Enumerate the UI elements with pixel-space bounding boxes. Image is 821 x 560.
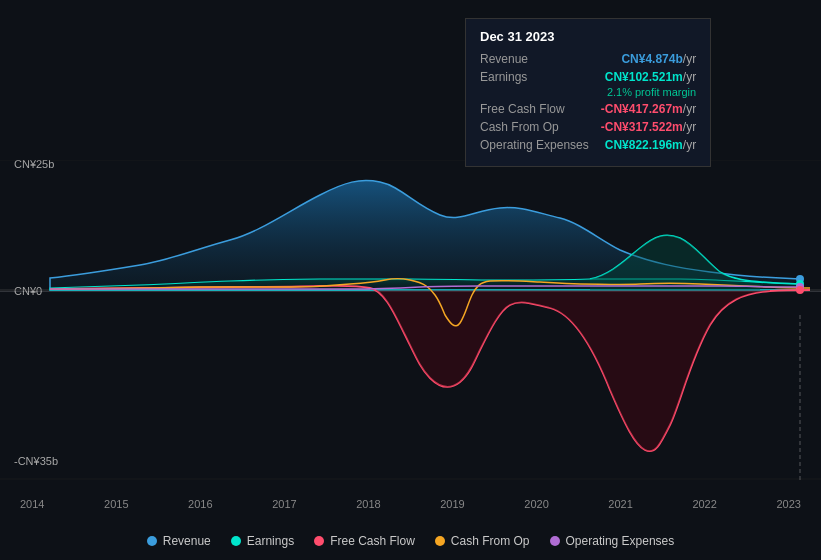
cashfromop-value: -CN¥317.522m/yr	[601, 120, 696, 134]
legend-dot-fcf	[314, 536, 324, 546]
x-label-2014: 2014	[20, 498, 44, 510]
opex-value: CN¥822.196m/yr	[605, 138, 696, 152]
x-label-2020: 2020	[524, 498, 548, 510]
x-label-2021: 2021	[608, 498, 632, 510]
opex-label: Operating Expenses	[480, 138, 589, 152]
legend-dot-cashfromop	[435, 536, 445, 546]
fcf-row: Free Cash Flow -CN¥417.267m/yr	[480, 102, 696, 116]
earnings-row: Earnings CN¥102.521m/yr	[480, 70, 696, 84]
legend-label-cashfromop: Cash From Op	[451, 534, 530, 548]
chart-container: Dec 31 2023 Revenue CN¥4.874b/yr Earning…	[0, 0, 821, 560]
cashfromop-row: Cash From Op -CN¥317.522m/yr	[480, 120, 696, 134]
legend-fcf[interactable]: Free Cash Flow	[314, 534, 415, 548]
x-label-2016: 2016	[188, 498, 212, 510]
legend-dot-opex	[550, 536, 560, 546]
legend-label-earnings: Earnings	[247, 534, 294, 548]
legend-dot-revenue	[147, 536, 157, 546]
legend-earnings[interactable]: Earnings	[231, 534, 294, 548]
legend-label-opex: Operating Expenses	[566, 534, 675, 548]
legend-revenue[interactable]: Revenue	[147, 534, 211, 548]
chart-svg	[0, 160, 821, 480]
revenue-row: Revenue CN¥4.874b/yr	[480, 52, 696, 66]
opex-row: Operating Expenses CN¥822.196m/yr	[480, 138, 696, 152]
tooltip-box: Dec 31 2023 Revenue CN¥4.874b/yr Earning…	[465, 18, 711, 167]
legend-opex[interactable]: Operating Expenses	[550, 534, 675, 548]
profit-margin-row: 2.1% profit margin	[480, 86, 696, 98]
legend-label-fcf: Free Cash Flow	[330, 534, 415, 548]
x-label-2017: 2017	[272, 498, 296, 510]
earnings-value: CN¥102.521m/yr	[605, 70, 696, 84]
revenue-value: CN¥4.874b/yr	[621, 52, 696, 66]
x-label-2023: 2023	[776, 498, 800, 510]
profit-margin-value: 2.1% profit margin	[607, 86, 696, 98]
legend-cashfromop[interactable]: Cash From Op	[435, 534, 530, 548]
legend-label-revenue: Revenue	[163, 534, 211, 548]
fcf-value: -CN¥417.267m/yr	[601, 102, 696, 116]
svg-point-8	[796, 286, 804, 294]
legend-dot-earnings	[231, 536, 241, 546]
x-label-2022: 2022	[692, 498, 716, 510]
fcf-label: Free Cash Flow	[480, 102, 565, 116]
tooltip-date: Dec 31 2023	[480, 29, 696, 44]
x-label-2015: 2015	[104, 498, 128, 510]
x-label-2018: 2018	[356, 498, 380, 510]
cashfromop-label: Cash From Op	[480, 120, 559, 134]
revenue-label: Revenue	[480, 52, 528, 66]
legend: Revenue Earnings Free Cash Flow Cash Fro…	[0, 534, 821, 548]
x-labels: 2014 2015 2016 2017 2018 2019 2020 2021 …	[10, 498, 811, 510]
x-label-2019: 2019	[440, 498, 464, 510]
earnings-label: Earnings	[480, 70, 527, 84]
